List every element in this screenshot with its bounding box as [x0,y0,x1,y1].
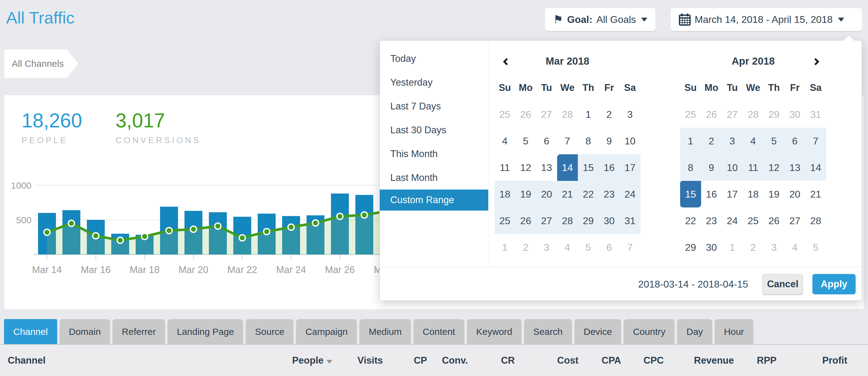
tab-referrer[interactable]: Referrer [113,319,165,344]
preset-custom-range[interactable]: Custom Range [380,190,488,210]
day-cell[interactable]: 27 [536,101,557,128]
day-cell[interactable]: 29 [578,207,599,234]
column-header-people[interactable]: People [274,355,332,366]
day-cell[interactable]: 25 [494,207,516,234]
tab-country[interactable]: Country [624,319,675,344]
tab-keyword[interactable]: Keyword [467,319,522,344]
column-header-channel[interactable]: Channel [8,355,274,366]
tab-campaign[interactable]: Campaign [296,319,357,344]
day-cell[interactable]: 29 [764,101,784,128]
day-cell[interactable]: 6 [536,128,557,154]
day-cell[interactable]: 10 [620,128,641,154]
day-cell[interactable]: 26 [516,207,536,234]
day-cell[interactable]: 29 [680,234,701,261]
day-cell[interactable]: 30 [784,101,806,128]
preset-last-30-days[interactable]: Last 30 Days [380,118,488,142]
chart-point[interactable] [361,212,367,218]
day-cell[interactable]: 14 [805,154,826,181]
day-cell[interactable]: 9 [701,154,722,181]
column-header-cost[interactable]: Cost [515,355,579,366]
day-cell[interactable]: 13 [536,154,557,181]
day-cell[interactable]: 7 [620,234,641,261]
day-cell[interactable]: 10 [722,154,743,181]
day-cell[interactable]: 6 [599,234,620,261]
day-cell[interactable]: 31 [805,101,826,128]
day-cell[interactable]: 1 [722,234,743,261]
day-cell[interactable]: 26 [516,101,536,128]
day-cell[interactable]: 20 [536,181,557,207]
day-cell[interactable]: 11 [743,154,764,181]
chart-point[interactable] [288,224,294,230]
day-cell[interactable]: 19 [516,181,536,207]
tab-medium[interactable]: Medium [360,319,411,344]
tab-device[interactable]: Device [575,319,621,344]
chart-point[interactable] [68,220,74,226]
day-cell[interactable]: 13 [784,154,806,181]
day-cell[interactable]: 9 [599,128,620,154]
tab-channel[interactable]: Channel [4,319,57,344]
day-cell[interactable]: 1 [578,101,599,128]
day-cell[interactable]: 28 [743,101,764,128]
column-header-visits[interactable]: Visits [332,355,383,366]
day-cell[interactable]: 3 [536,234,557,261]
day-cell[interactable]: 27 [722,101,743,128]
breadcrumb[interactable]: All Channels [4,50,67,78]
day-cell[interactable]: 7 [557,128,578,154]
day-cell[interactable]: 20 [784,181,806,207]
column-header-cpa[interactable]: CPA [579,355,621,366]
day-cell[interactable]: 18 [494,181,516,207]
chart-point[interactable] [166,228,172,234]
day-cell[interactable]: 5 [805,234,826,261]
tab-domain[interactable]: Domain [60,319,110,344]
goal-filter-button[interactable]: ⚑ Goal: All Goals [545,8,655,31]
chart-point[interactable] [215,223,221,229]
day-cell[interactable]: 16 [701,181,722,207]
chart-point[interactable] [44,229,50,235]
day-cell[interactable]: 27 [784,207,806,234]
day-cell[interactable]: 19 [764,181,784,207]
day-cell[interactable]: 2 [599,101,620,128]
day-cell[interactable]: 26 [701,101,722,128]
day-cell[interactable]: 12 [516,154,536,181]
chart-point[interactable] [337,213,343,220]
day-cell[interactable]: 2 [743,234,764,261]
chart-point[interactable] [312,220,318,226]
preset-last-7-days[interactable]: Last 7 Days [380,94,488,118]
column-header-cr[interactable]: CR [468,355,515,366]
day-cell[interactable]: 2 [701,128,722,154]
preset-yesterday[interactable]: Yesterday [380,70,488,94]
day-cell[interactable]: 25 [743,207,764,234]
day-cell[interactable]: 25 [494,101,516,128]
date-range-button[interactable]: March 14, 2018 - April 15, 2018 [671,8,862,31]
day-cell[interactable]: 28 [557,101,578,128]
day-cell[interactable]: 18 [743,181,764,207]
preset-today[interactable]: Today [380,47,488,70]
day-cell[interactable]: 30 [701,234,722,261]
day-cell[interactable]: 17 [722,181,743,207]
day-cell[interactable]: 22 [680,207,701,234]
day-cell[interactable]: 4 [743,128,764,154]
day-cell[interactable]: 14 [557,154,578,181]
column-header-profit[interactable]: Profit [777,355,847,366]
tab-content[interactable]: Content [413,319,464,344]
day-cell[interactable]: 23 [701,207,722,234]
day-cell[interactable]: 4 [784,234,806,261]
day-cell[interactable]: 2 [516,234,536,261]
day-cell[interactable]: 3 [722,128,743,154]
day-cell[interactable]: 4 [494,128,516,154]
cancel-button[interactable]: Cancel [762,274,803,294]
day-cell[interactable]: 11 [494,154,516,181]
tab-source[interactable]: Source [246,319,293,344]
day-cell[interactable]: 16 [599,154,620,181]
chart-point[interactable] [190,226,196,232]
day-cell[interactable]: 21 [557,181,578,207]
column-header-revenue[interactable]: Revenue [664,355,734,366]
day-cell[interactable]: 4 [557,234,578,261]
day-cell[interactable]: 15 [578,154,599,181]
column-header-cp[interactable]: CP [383,355,427,366]
day-cell[interactable]: 5 [764,128,784,154]
day-cell[interactable]: 6 [784,128,806,154]
day-cell[interactable]: 1 [494,234,516,261]
day-cell[interactable]: 17 [620,154,641,181]
day-cell[interactable]: 8 [680,154,701,181]
